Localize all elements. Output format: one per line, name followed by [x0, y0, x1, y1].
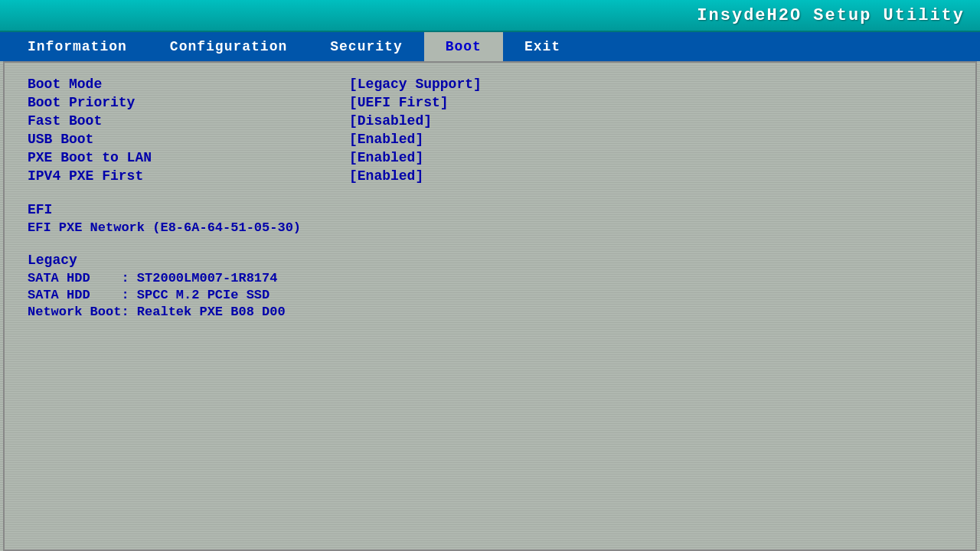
usb-boot-label: USB Boot: [28, 132, 349, 147]
tab-exit[interactable]: Exit: [503, 32, 582, 61]
legacy-section-header: Legacy: [28, 253, 952, 268]
ipv4-pxe-value: [Enabled]: [349, 168, 423, 184]
efi-section-header: EFI: [28, 202, 952, 217]
usb-boot-value: [Enabled]: [349, 132, 423, 147]
content-area: Boot Mode [Legacy Support] Boot Priority…: [3, 61, 977, 551]
sata-hdd-2[interactable]: SATA HDD : SPCC M.2 PCIe SSD: [28, 288, 952, 302]
gap-2: [28, 237, 952, 253]
efi-pxe-network[interactable]: EFI PXE Network (E8-6A-64-51-05-30): [28, 220, 952, 235]
sata-hdd-1[interactable]: SATA HDD : ST2000LM007-1R8174: [28, 271, 952, 285]
gap-1: [28, 187, 952, 202]
boot-priority-row[interactable]: Boot Priority [UEFI First]: [28, 95, 952, 110]
tab-information[interactable]: Information: [6, 32, 149, 61]
boot-mode-value: [Legacy Support]: [349, 77, 482, 92]
fast-boot-value: [Disabled]: [349, 113, 432, 129]
tab-boot[interactable]: Boot: [424, 32, 503, 61]
boot-mode-row[interactable]: Boot Mode [Legacy Support]: [28, 77, 952, 92]
pxe-boot-label: PXE Boot to LAN: [28, 150, 349, 165]
tab-configuration[interactable]: Configuration: [149, 32, 309, 61]
fast-boot-label: Fast Boot: [28, 113, 349, 129]
tab-security[interactable]: Security: [309, 32, 423, 61]
top-bar: InsydeH2O Setup Utility: [0, 0, 980, 32]
pxe-boot-row[interactable]: PXE Boot to LAN [Enabled]: [28, 150, 952, 165]
fast-boot-row[interactable]: Fast Boot [Disabled]: [28, 113, 952, 129]
boot-mode-label: Boot Mode: [28, 77, 349, 92]
network-boot[interactable]: Network Boot: Realtek PXE B08 D00: [28, 305, 952, 319]
ipv4-pxe-label: IPV4 PXE First: [28, 168, 349, 184]
bios-screen: InsydeH2O Setup Utility Information Conf…: [0, 0, 980, 551]
utility-title: InsydeH2O Setup Utility: [697, 6, 965, 25]
boot-priority-value: [UEFI First]: [349, 95, 449, 110]
ipv4-pxe-row[interactable]: IPV4 PXE First [Enabled]: [28, 168, 952, 184]
nav-bar: Information Configuration Security Boot …: [0, 32, 980, 61]
boot-priority-label: Boot Priority: [28, 95, 349, 110]
usb-boot-row[interactable]: USB Boot [Enabled]: [28, 132, 952, 147]
pxe-boot-value: [Enabled]: [349, 150, 423, 165]
